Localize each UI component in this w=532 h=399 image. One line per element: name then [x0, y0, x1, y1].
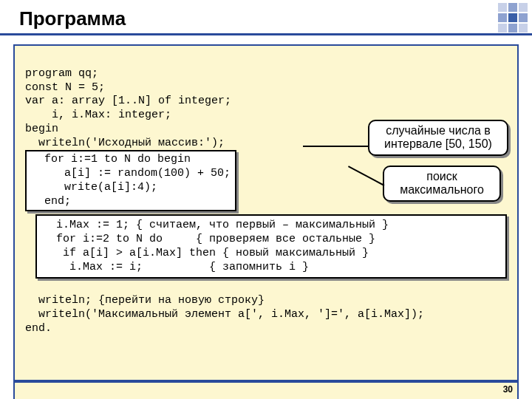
code-line: i, i.Max: integer; — [25, 109, 171, 121]
code-line: writeln('Максимальный элемент a[', i.Max… — [25, 308, 424, 321]
code-panel: program qq; const N = 5; var a: array [1… — [13, 44, 519, 399]
code-line: end. — [25, 322, 52, 335]
code-line: program qq; — [25, 67, 98, 80]
code-line: var a: array [1..N] of integer; — [25, 95, 231, 107]
code-line: const N = 5; — [25, 81, 105, 94]
code-line: writeln; {перейти на новую строку} — [25, 294, 265, 307]
callout-connector — [303, 146, 369, 147]
code-line: writeln('Исходный массив:'); — [25, 137, 225, 149]
code-line: begin — [25, 123, 58, 135]
code-box-random: for i:=1 to N do begin a[i] := random(10… — [25, 150, 236, 211]
footer-rule — [13, 380, 519, 383]
callout-connector — [348, 166, 385, 186]
callout-find-max: поиск максимального — [383, 166, 501, 202]
code-box-findmax: i.Max := 1; { считаем, что первый – макс… — [35, 214, 507, 279]
page-number: 30 — [503, 384, 513, 395]
corner-decoration — [498, 3, 528, 33]
page-title: Программа — [0, 0, 532, 35]
callout-random-range: случайные числа в интервале [50, 150) — [368, 120, 508, 156]
